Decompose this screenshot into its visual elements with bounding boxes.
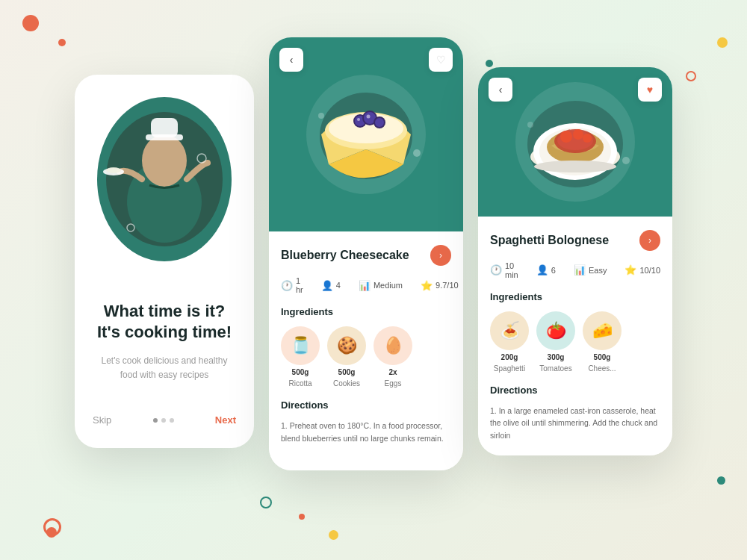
cheesecake-header: ‹ ♡ xyxy=(269,37,463,231)
onboarding-footer: Skip Next xyxy=(93,399,236,426)
cheese-circle: 🧀 xyxy=(583,311,622,350)
tomatoes-amount: 300g xyxy=(548,353,565,361)
directions-text: 1. Preheat oven to 180°C. In a food proc… xyxy=(281,420,451,445)
tomatoes-circle: 🍅 xyxy=(536,311,575,350)
recipe-title-row: Blueberry Cheesecake › xyxy=(281,245,451,266)
servings: 👤 4 xyxy=(321,280,341,291)
svg-point-31 xyxy=(583,134,592,143)
pagination-dots xyxy=(153,418,174,423)
spaghetti-difficulty: 📊 Easy xyxy=(574,264,607,276)
spaghetti-difficulty-icon: 📊 xyxy=(574,264,586,276)
cookies-label: Cookies xyxy=(333,379,360,388)
skip-button[interactable]: Skip xyxy=(93,414,111,426)
deco-dot-9 xyxy=(717,476,725,485)
eggs-label: Eggs xyxy=(385,379,402,388)
cheese-amount: 500g xyxy=(594,353,611,361)
deco-dot-5 xyxy=(260,497,272,508)
svg-point-6 xyxy=(106,167,121,173)
cook-time: 🕐 1 hr xyxy=(281,276,303,294)
onboarding-subtitle: Let's cook delicious and healthy food wi… xyxy=(93,354,236,382)
spaghetti-screen: ‹ ♥ xyxy=(478,67,672,455)
spaghetti-cook-time: 🕐 10 min xyxy=(490,261,518,279)
spaghetti-title-row: Spaghetti Bolognese › xyxy=(490,230,660,251)
svg-point-29 xyxy=(560,131,572,143)
svg-point-35 xyxy=(622,157,630,164)
ingredients-section-title: Ingredients xyxy=(281,306,451,317)
tomatoes-label: Tomatoes xyxy=(539,364,571,373)
deco-dot-3 xyxy=(486,60,493,67)
ricotta-amount: 500g xyxy=(292,368,309,376)
spaghetti-person-icon: 👤 xyxy=(536,264,548,276)
cookies-circle: 🍪 xyxy=(327,326,366,365)
ricotta-circle: 🫙 xyxy=(281,326,320,365)
dot-1 xyxy=(153,418,158,423)
recipe-detail-button[interactable]: › xyxy=(430,245,451,266)
svg-point-34 xyxy=(534,161,616,172)
star-icon: ⭐ xyxy=(421,280,433,291)
recipe-title: Blueberry Cheesecake xyxy=(281,249,409,262)
clock-icon: 🕐 xyxy=(281,280,293,291)
svg-point-21 xyxy=(318,113,324,119)
ingredient-eggs: 🥚 2x Eggs xyxy=(374,326,412,388)
ingredient-cheese: 🧀 500g Chees... xyxy=(583,311,622,373)
directions-section-title: Directions xyxy=(281,399,451,411)
ingredient-ricotta: 🫙 500g Ricotta xyxy=(281,326,320,388)
deco-dot-4 xyxy=(686,71,696,81)
dot-2 xyxy=(161,418,166,423)
deco-dot-1 xyxy=(22,15,39,31)
cheese-label: Chees... xyxy=(588,364,616,373)
ingredient-cookies: 🍪 500g Cookies xyxy=(327,326,366,388)
spaghetti-label: Spaghetti xyxy=(494,364,525,373)
spaghetti-ingredients-list: 🍝 200g Spaghetti 🍅 300g Tomatoes 🧀 500g … xyxy=(490,311,660,373)
cheesecake-illustration xyxy=(306,75,426,194)
cookies-amount: 500g xyxy=(338,368,356,376)
deco-dot-6 xyxy=(299,514,305,520)
spaghetti-header: ‹ ♥ xyxy=(478,67,672,217)
spaghetti-back-button[interactable]: ‹ xyxy=(489,78,512,102)
spaghetti-illustration xyxy=(515,82,635,202)
cheesecake-body: Blueberry Cheesecake › 🕐 1 hr 👤 4 📊 Medi… xyxy=(269,231,463,470)
chef-svg xyxy=(97,97,232,261)
svg-point-18 xyxy=(357,118,360,121)
eggs-amount: 2x xyxy=(388,368,397,376)
spaghetti-star-icon: ⭐ xyxy=(624,264,636,276)
spaghetti-clock-icon: 🕐 xyxy=(490,264,502,276)
svg-point-36 xyxy=(527,122,533,128)
ingredient-tomatoes: 🍅 300g Tomatoes xyxy=(536,311,575,373)
spaghetti-directions-text: 1. In a large enameled cast-iron cassero… xyxy=(490,405,660,442)
spaghetti-rating: ⭐ 10/10 xyxy=(624,264,660,276)
svg-point-30 xyxy=(573,129,583,140)
deco-dot-10 xyxy=(329,530,338,540)
next-button[interactable]: Next xyxy=(215,414,236,426)
deco-dot-11 xyxy=(717,37,728,48)
spaghetti-circle: 🍝 xyxy=(490,311,529,350)
person-icon: 👤 xyxy=(321,280,333,291)
screens-container: What time is it? It's cooking time! Let'… xyxy=(0,0,747,560)
spaghetti-meta: 🕐 10 min 👤 6 📊 Easy ⭐ 10/10 xyxy=(490,261,660,279)
spaghetti-ingredients-title: Ingredients xyxy=(490,291,660,302)
onboarding-text: What time is it? It's cooking time! Let'… xyxy=(93,284,236,399)
svg-point-17 xyxy=(375,118,384,127)
cheesecake-screen: ‹ ♡ xyxy=(269,37,463,470)
back-button[interactable]: ‹ xyxy=(279,48,303,72)
onboarding-title: What time is it? It's cooking time! xyxy=(93,301,236,343)
ingredient-spaghetti: 🍝 200g Spaghetti xyxy=(490,311,529,373)
spaghetti-directions-title: Directions xyxy=(490,385,660,396)
cheesecake-svg xyxy=(306,75,426,194)
recipe-meta: 🕐 1 hr 👤 4 📊 Medium ⭐ 9.7/10 xyxy=(281,276,451,294)
deco-dot-2 xyxy=(58,39,66,46)
svg-rect-4 xyxy=(151,118,178,137)
dot-3 xyxy=(170,418,174,423)
svg-point-20 xyxy=(413,149,421,157)
favorite-button[interactable]: ♡ xyxy=(429,48,453,72)
eggs-circle: 🥚 xyxy=(374,326,412,365)
deco-dot-8 xyxy=(46,527,57,538)
spaghetti-favorite-button[interactable]: ♥ xyxy=(638,78,662,102)
spaghetti-detail-button[interactable]: › xyxy=(639,230,660,251)
svg-point-2 xyxy=(142,134,187,187)
ingredients-list: 🫙 500g Ricotta 🍪 500g Cookies 🥚 2x Eggs xyxy=(281,326,451,388)
difficulty: 📊 Medium xyxy=(359,280,403,291)
svg-point-19 xyxy=(367,115,371,119)
spaghetti-svg xyxy=(515,78,635,205)
spaghetti-servings: 👤 6 xyxy=(536,264,556,276)
